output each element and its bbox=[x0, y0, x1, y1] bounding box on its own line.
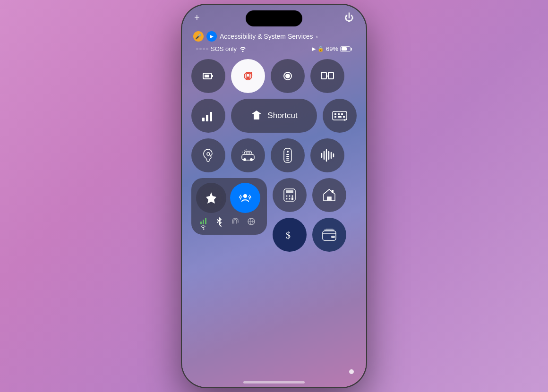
svg-rect-12 bbox=[206, 115, 208, 121]
cc-connectivity-top bbox=[196, 183, 262, 213]
phone-frame: + ⏻ 🎤 ▶ Accessibility & System Services … bbox=[182, 5, 366, 387]
svg-rect-20 bbox=[343, 116, 345, 118]
home-indicator[interactable] bbox=[243, 381, 305, 383]
cc-row-1 bbox=[191, 59, 357, 93]
screen-record-button[interactable] bbox=[271, 59, 305, 93]
accessibility-bar[interactable]: 🎤 ▶ Accessibility & System Services › bbox=[182, 31, 366, 42]
cc-row-5-right: $ bbox=[273, 218, 357, 252]
cc-grid: Shortcut bbox=[191, 59, 357, 252]
svg-point-52 bbox=[289, 198, 291, 200]
svg-rect-59 bbox=[331, 236, 335, 238]
mic-icon: 🎤 bbox=[193, 31, 204, 42]
wifi-icon bbox=[239, 46, 247, 52]
svg-rect-5 bbox=[247, 77, 249, 78]
waveform-button[interactable] bbox=[310, 138, 344, 172]
svg-rect-35 bbox=[286, 156, 289, 157]
home-button[interactable] bbox=[312, 178, 346, 212]
accessibility-chevron: › bbox=[316, 33, 318, 40]
svg-point-33 bbox=[287, 151, 289, 153]
svg-rect-15 bbox=[334, 113, 336, 115]
status-bar: SOS only ▶ 🔒 69% bbox=[182, 45, 366, 52]
svg-rect-14 bbox=[333, 111, 347, 120]
airplane-button[interactable] bbox=[196, 183, 226, 213]
mirror-button[interactable] bbox=[310, 59, 344, 93]
svg-point-7 bbox=[285, 74, 290, 78]
control-center: Shortcut bbox=[191, 59, 357, 378]
svg-rect-2 bbox=[212, 75, 213, 77]
fingerprint-button[interactable] bbox=[228, 217, 242, 230]
wifi-mini-button[interactable] bbox=[196, 217, 210, 230]
svg-rect-54 bbox=[291, 197, 293, 200]
svg-point-26 bbox=[243, 158, 246, 161]
cash-button[interactable]: $ bbox=[273, 218, 307, 252]
svg-rect-19 bbox=[338, 116, 342, 118]
sos-label: SOS only bbox=[211, 45, 237, 52]
svg-rect-1 bbox=[205, 75, 209, 77]
svg-rect-28 bbox=[246, 152, 250, 154]
calculator-button[interactable] bbox=[273, 178, 307, 212]
screen-lock-button[interactable] bbox=[231, 59, 265, 93]
svg-rect-55 bbox=[332, 190, 334, 193]
svg-point-27 bbox=[250, 158, 253, 161]
svg-point-51 bbox=[286, 198, 288, 200]
phone-screen: + ⏻ 🎤 ▶ Accessibility & System Services … bbox=[182, 5, 366, 387]
svg-rect-17 bbox=[341, 113, 343, 115]
battery-percent: 69% bbox=[326, 45, 338, 52]
svg-text:$: $ bbox=[286, 230, 291, 240]
svg-point-48 bbox=[286, 196, 288, 197]
svg-point-29 bbox=[242, 152, 243, 153]
svg-point-24 bbox=[207, 153, 210, 155]
battery-icon bbox=[340, 46, 352, 52]
bluetooth-button[interactable] bbox=[212, 217, 226, 230]
svg-rect-8 bbox=[321, 72, 326, 79]
wallet-button[interactable] bbox=[312, 218, 346, 252]
svg-rect-16 bbox=[338, 113, 340, 115]
signal-bars-button[interactable] bbox=[191, 99, 225, 133]
svg-point-30 bbox=[244, 150, 245, 151]
svg-rect-36 bbox=[286, 158, 289, 159]
signal-dots bbox=[196, 48, 208, 50]
accessibility-label: Accessibility & System Services bbox=[220, 33, 313, 40]
svg-rect-13 bbox=[210, 112, 212, 121]
svg-rect-18 bbox=[334, 116, 336, 118]
shortcut-button[interactable]: Shortcut bbox=[231, 99, 317, 133]
remote-button[interactable] bbox=[271, 138, 305, 172]
status-right: ▶ 🔒 69% bbox=[312, 45, 352, 52]
globe-button[interactable] bbox=[244, 217, 258, 230]
driving-button[interactable] bbox=[231, 138, 265, 172]
svg-rect-56 bbox=[327, 197, 331, 201]
battery-status-button[interactable] bbox=[191, 59, 225, 93]
svg-rect-11 bbox=[202, 118, 205, 121]
cc-row-4: $ bbox=[191, 178, 357, 252]
shortcut-label: Shortcut bbox=[267, 111, 297, 120]
power-icon[interactable]: ⏻ bbox=[344, 12, 354, 23]
cc-row-2: Shortcut bbox=[191, 99, 357, 133]
lock-status-icon: 🔒 bbox=[317, 46, 324, 52]
svg-point-44 bbox=[243, 194, 247, 198]
keyboard-button[interactable] bbox=[323, 99, 357, 133]
add-button[interactable]: + bbox=[194, 12, 200, 23]
location-status-icon: ▶ bbox=[312, 46, 316, 52]
cc-right-group: $ bbox=[273, 178, 357, 252]
svg-point-49 bbox=[289, 196, 291, 197]
svg-rect-37 bbox=[286, 160, 289, 161]
svg-point-31 bbox=[246, 149, 247, 150]
top-bar: + ⏻ bbox=[182, 12, 366, 23]
cc-row-4-right bbox=[273, 178, 357, 212]
status-left: SOS only bbox=[196, 45, 247, 52]
svg-rect-9 bbox=[328, 72, 334, 79]
airdrop-button[interactable] bbox=[230, 183, 260, 213]
svg-point-53 bbox=[292, 196, 293, 197]
svg-rect-34 bbox=[286, 154, 289, 155]
cc-row-3 bbox=[191, 138, 357, 172]
hearing-button[interactable] bbox=[191, 138, 225, 172]
cc-connectivity-bottom bbox=[196, 217, 262, 230]
location-icon: ▶ bbox=[206, 31, 217, 42]
svg-rect-47 bbox=[286, 190, 293, 193]
